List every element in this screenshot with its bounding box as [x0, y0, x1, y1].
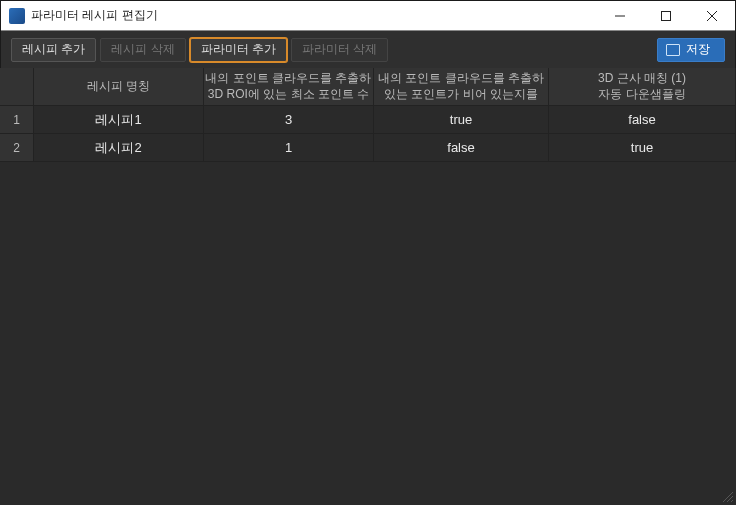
cell-name[interactable]: 레시피1	[34, 106, 204, 133]
cell-name[interactable]: 레시피2	[34, 134, 204, 161]
column-header-name-label: 레시피 명칭	[87, 79, 150, 95]
add-parameter-button[interactable]: 파라미터 추가	[190, 38, 287, 62]
cell-downsampling[interactable]: false	[549, 106, 736, 133]
close-button[interactable]	[689, 1, 735, 30]
toolbar: 레시피 추가 레시피 삭제 파라미터 추가 파라미터 삭제 저장	[1, 31, 735, 69]
add-recipe-button[interactable]: 레시피 추가	[11, 38, 96, 62]
delete-recipe-button[interactable]: 레시피 삭제	[100, 38, 185, 62]
resize-grip-icon[interactable]	[720, 489, 734, 503]
row-number: 2	[0, 134, 34, 161]
column-header-name[interactable]: 레시피 명칭	[34, 68, 204, 105]
window-controls	[597, 1, 735, 30]
delete-parameter-button[interactable]: 파라미터 삭제	[291, 38, 388, 62]
column-header-min-points[interactable]: 내의 포인트 클라우드를 추출하 3D ROI에 있는 최소 포인트 수	[204, 68, 374, 105]
svg-rect-1	[662, 11, 671, 20]
column-header-empty-check[interactable]: 내의 포인트 클라우드를 추출하 있는 포인트가 비어 있는지를	[374, 68, 549, 105]
column-header-downsampling-line2: 자동 다운샘플링	[598, 87, 685, 103]
titlebar: 파라미터 레시피 편집기	[1, 1, 735, 31]
cell-min-points[interactable]: 3	[204, 106, 374, 133]
recipe-table: 레시피 명칭 내의 포인트 클라우드를 추출하 3D ROI에 있는 최소 포인…	[0, 68, 736, 505]
table-row[interactable]: 2 레시피2 1 false true	[0, 134, 736, 162]
column-header-min-points-line2: 3D ROI에 있는 최소 포인트 수	[208, 87, 369, 103]
column-header-empty-check-line2: 있는 포인트가 비어 있는지를	[384, 87, 538, 103]
row-number: 1	[0, 106, 34, 133]
cell-empty-check[interactable]: false	[374, 134, 549, 161]
minimize-button[interactable]	[597, 1, 643, 30]
save-icon	[666, 44, 680, 56]
cell-empty-check[interactable]: true	[374, 106, 549, 133]
table-header-row: 레시피 명칭 내의 포인트 클라우드를 추출하 3D ROI에 있는 최소 포인…	[0, 68, 736, 106]
cell-downsampling[interactable]: true	[549, 134, 736, 161]
column-header-empty-check-line1: 내의 포인트 클라우드를 추출하	[378, 71, 544, 87]
table-row[interactable]: 1 레시피1 3 true false	[0, 106, 736, 134]
window-title: 파라미터 레시피 편집기	[31, 7, 597, 24]
app-icon	[9, 8, 25, 24]
row-number-header	[0, 68, 34, 105]
maximize-button[interactable]	[643, 1, 689, 30]
column-header-min-points-line1: 내의 포인트 클라우드를 추출하	[205, 71, 371, 87]
column-header-downsampling-line1: 3D 근사 매칭 (1)	[598, 71, 686, 87]
cell-min-points[interactable]: 1	[204, 134, 374, 161]
save-button[interactable]: 저장	[657, 38, 725, 62]
svg-line-6	[731, 500, 733, 502]
save-button-label: 저장	[686, 41, 710, 58]
column-header-downsampling[interactable]: 3D 근사 매칭 (1) 자동 다운샘플링	[549, 68, 736, 105]
